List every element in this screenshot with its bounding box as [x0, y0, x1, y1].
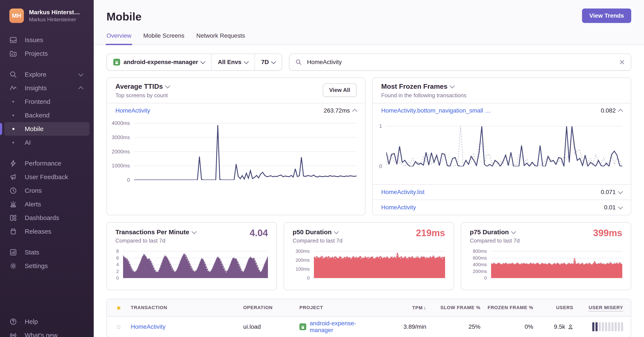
tpm-chart[interactable]: 86420: [116, 250, 268, 278]
table-row: ☆ HomeActivity ui.load android-expense-m…: [107, 317, 631, 337]
broadcast-icon: [9, 332, 17, 337]
sidebar-item-label: Stats: [25, 249, 39, 256]
sort-desc-icon: ↓: [424, 305, 426, 311]
project-filter[interactable]: android-expense-manager: [107, 54, 211, 70]
clear-search-icon[interactable]: [619, 59, 625, 65]
org-name: Markus Hintersteiner: [29, 16, 84, 22]
dashboards-icon: [9, 214, 17, 222]
transaction-link[interactable]: HomeActivity: [131, 323, 166, 330]
p75-chart[interactable]: 800ms600ms400ms200ms0: [470, 250, 622, 278]
star-filled-icon[interactable]: ★: [116, 304, 122, 311]
sidebar-item-dashboards[interactable]: Dashboards: [0, 211, 94, 225]
sidebar-item-alerts[interactable]: Alerts: [0, 197, 94, 211]
sidebar-item-label: Dashboards: [25, 214, 59, 222]
sidebar-item-settings[interactable]: Settings: [0, 259, 94, 273]
sidebar-item-stats[interactable]: Stats: [0, 246, 94, 259]
android-platform-icon: [113, 59, 120, 65]
chevron-down-icon: [78, 71, 83, 76]
avatar: MH: [9, 8, 24, 23]
average-ttids-title[interactable]: Average TTIDs: [116, 82, 356, 90]
android-platform-icon: [300, 323, 306, 330]
frozen-rate-value: 0.082: [601, 107, 616, 114]
column-operation[interactable]: OPERATION: [243, 305, 300, 311]
chevron-down-icon: [334, 229, 339, 234]
environment-filter-value: All Envs: [218, 59, 241, 65]
sidebar-item-crons[interactable]: Crons: [0, 184, 94, 197]
sidebar-item-whats-new[interactable]: What's new: [0, 329, 94, 337]
sidebar-item-frontend[interactable]: Frontend: [0, 95, 94, 108]
frozen-rate-value: 0.071: [601, 189, 616, 196]
frozen-transaction-row: HomeActivity.list 0.071: [373, 184, 631, 200]
tab-overview[interactable]: Overview: [106, 32, 132, 45]
most-frozen-frames-card: Most Frozen Frames Found in the followin…: [372, 77, 631, 215]
column-transaction[interactable]: TRANSACTION: [131, 305, 243, 311]
frozen-frames-chart[interactable]: 10: [376, 124, 622, 166]
bullet-icon: [12, 128, 14, 130]
bar-chart-icon: [9, 249, 17, 256]
column-frozen-frame[interactable]: FROZEN FRAME %: [480, 305, 533, 311]
date-range-filter[interactable]: 7D: [255, 54, 282, 70]
column-slow-frame[interactable]: SLOW FRAME %: [426, 305, 480, 311]
card-title-text: Most Frozen Frames: [381, 82, 448, 90]
project-filter-value: android-expense-manager: [124, 59, 198, 65]
user-name: Markus Hinterst…: [29, 9, 84, 16]
card-subtitle: Found in the following transactions: [381, 92, 622, 99]
org-switcher[interactable]: MH Markus Hinterst… Markus Hintersteiner: [0, 0, 94, 30]
tab-bar: Overview Mobile Screens Network Requests: [106, 32, 631, 45]
sidebar-item-projects[interactable]: Projects: [0, 47, 94, 60]
transaction-link[interactable]: HomeActivity.list: [381, 189, 424, 196]
view-all-button[interactable]: View All: [323, 83, 356, 97]
transaction-link[interactable]: HomeActivity.bottom_navigation_small …: [381, 107, 491, 114]
sidebar-item-releases[interactable]: Releases: [0, 225, 94, 238]
avg-ttids-chart[interactable]: 4000ms3000ms2000ms1000ms0: [110, 120, 356, 180]
column-users[interactable]: USERS: [533, 305, 573, 311]
project-link[interactable]: android-expense-manager: [310, 320, 372, 334]
user-misery-bars: [573, 322, 623, 331]
sidebar-item-explore[interactable]: Explore: [0, 68, 94, 81]
bullet-icon: [12, 101, 14, 102]
sidebar-item-performance[interactable]: Performance: [0, 157, 94, 170]
column-user-misery[interactable]: USER MISERY: [573, 305, 623, 311]
chevron-down-icon: [200, 59, 206, 64]
sidebar-item-backend[interactable]: Backend: [0, 108, 94, 122]
average-ttids-card: Average TTIDs Top screens by count View …: [106, 77, 366, 215]
frozen-transaction-row: HomeActivity.bottom_navigation_small … 0…: [373, 103, 631, 118]
transaction-link[interactable]: HomeActivity: [381, 204, 416, 211]
chevron-down-icon: [244, 59, 249, 64]
column-project[interactable]: PROJECT: [300, 305, 372, 311]
expand-icon[interactable]: [618, 204, 623, 209]
chevron-down-icon: [271, 59, 276, 64]
filter-bar: android-expense-manager All Envs 7D: [106, 54, 631, 71]
tab-network-requests[interactable]: Network Requests: [196, 32, 245, 45]
view-trends-button[interactable]: View Trends: [582, 8, 631, 23]
ttid-value: 263.72ms: [324, 107, 350, 114]
column-tpm[interactable]: TPM↓: [372, 305, 426, 311]
lightning-icon: [9, 160, 17, 167]
chevron-down-icon: [165, 83, 170, 88]
search-input[interactable]: [306, 58, 615, 66]
collapse-icon[interactable]: [352, 109, 357, 114]
sidebar-item-insights[interactable]: Insights: [0, 81, 94, 95]
sidebar-item-ai[interactable]: AI: [0, 136, 94, 149]
transaction-link[interactable]: HomeActivity: [116, 107, 150, 114]
sidebar-item-help[interactable]: Help: [0, 315, 94, 329]
archive-icon: [9, 228, 17, 235]
card-title-text: p75 Duration: [470, 229, 509, 236]
sidebar-item-user-feedback[interactable]: User Feedback: [0, 170, 94, 184]
expand-icon[interactable]: [618, 189, 623, 194]
slow-frame-cell: 25%: [426, 323, 480, 330]
frozen-transaction-row: HomeActivity 0.01: [373, 200, 631, 215]
sidebar-item-mobile[interactable]: Mobile: [4, 122, 90, 136]
environment-filter[interactable]: All Envs: [212, 54, 254, 70]
date-range-value: 7D: [261, 59, 269, 65]
sidebar: MH Markus Hinterst… Markus Hintersteiner…: [0, 0, 94, 337]
p75-duration-card: p75 Duration 399ms Compared to last 7d 8…: [461, 222, 631, 290]
sidebar-item-issues[interactable]: Issues: [0, 33, 94, 47]
tab-mobile-screens[interactable]: Mobile Screens: [143, 32, 184, 45]
p50-chart[interactable]: 300ms200ms100ms0: [292, 250, 445, 278]
card-subtitle: Compared to last 7d: [292, 237, 445, 244]
star-outline-icon[interactable]: ☆: [116, 323, 122, 331]
tpm-title[interactable]: Transactions Per Minute: [116, 229, 268, 236]
collapse-icon[interactable]: [618, 109, 623, 114]
most-frozen-frames-title[interactable]: Most Frozen Frames: [381, 82, 622, 90]
